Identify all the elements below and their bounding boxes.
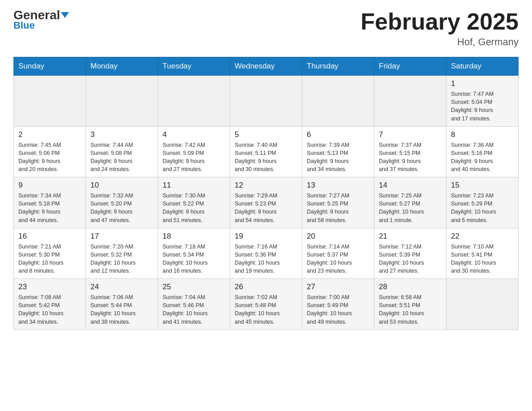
day-number: 19 (235, 232, 297, 241)
logo: General Blue (13, 9, 69, 31)
day-number: 6 (307, 130, 369, 139)
day-info: Sunrise: 7:23 AM Sunset: 5:29 PM Dayligh… (451, 192, 514, 224)
day-number: 24 (90, 283, 153, 291)
day-number: 4 (163, 130, 225, 139)
table-row: 27Sunrise: 7:00 AM Sunset: 5:49 PM Dayli… (302, 279, 374, 330)
calendar-week-row: 16Sunrise: 7:21 AM Sunset: 5:30 PM Dayli… (14, 228, 519, 279)
table-row: 13Sunrise: 7:27 AM Sunset: 5:25 PM Dayli… (302, 177, 374, 228)
calendar-week-row: 1Sunrise: 7:47 AM Sunset: 5:04 PM Daylig… (14, 76, 519, 127)
logo-blue: Blue (13, 20, 35, 31)
day-number: 9 (18, 181, 81, 190)
day-info: Sunrise: 7:37 AM Sunset: 5:15 PM Dayligh… (379, 141, 442, 174)
table-row: 12Sunrise: 7:29 AM Sunset: 5:23 PM Dayli… (230, 177, 302, 228)
page-header: General Blue February 2025 Hof, Germany (13, 9, 519, 48)
title-area: February 2025 Hof, Germany (360, 9, 519, 48)
col-wednesday: Wednesday (230, 57, 302, 76)
col-monday: Monday (86, 57, 158, 76)
day-number: 10 (90, 181, 153, 190)
day-number: 2 (18, 130, 81, 139)
day-info: Sunrise: 7:29 AM Sunset: 5:23 PM Dayligh… (235, 192, 297, 224)
day-number: 17 (90, 232, 153, 241)
calendar-week-row: 2Sunrise: 7:45 AM Sunset: 5:06 PM Daylig… (14, 126, 519, 177)
table-row: 9Sunrise: 7:34 AM Sunset: 5:18 PM Daylig… (14, 177, 86, 228)
day-number: 13 (307, 181, 369, 190)
table-row: 21Sunrise: 7:12 AM Sunset: 5:39 PM Dayli… (374, 228, 446, 279)
day-info: Sunrise: 7:34 AM Sunset: 5:18 PM Dayligh… (18, 192, 81, 224)
table-row: 1Sunrise: 7:47 AM Sunset: 5:04 PM Daylig… (446, 76, 519, 127)
day-number: 22 (451, 232, 514, 241)
day-info: Sunrise: 7:04 AM Sunset: 5:46 PM Dayligh… (163, 293, 225, 326)
day-number: 25 (163, 283, 225, 291)
calendar-week-row: 9Sunrise: 7:34 AM Sunset: 5:18 PM Daylig… (14, 177, 519, 228)
table-row (14, 76, 86, 127)
day-number: 7 (379, 130, 442, 139)
table-row: 25Sunrise: 7:04 AM Sunset: 5:46 PM Dayli… (158, 279, 230, 330)
day-number: 8 (451, 130, 514, 139)
day-info: Sunrise: 7:06 AM Sunset: 5:44 PM Dayligh… (90, 293, 153, 326)
calendar-week-row: 23Sunrise: 7:08 AM Sunset: 5:42 PM Dayli… (14, 279, 519, 330)
day-number: 14 (379, 181, 442, 190)
day-info: Sunrise: 7:47 AM Sunset: 5:04 PM Dayligh… (451, 90, 514, 123)
col-tuesday: Tuesday (158, 57, 230, 76)
table-row: 23Sunrise: 7:08 AM Sunset: 5:42 PM Dayli… (14, 279, 86, 330)
calendar-table: Sunday Monday Tuesday Wednesday Thursday… (13, 57, 519, 330)
table-row: 26Sunrise: 7:02 AM Sunset: 5:48 PM Dayli… (230, 279, 302, 330)
day-info: Sunrise: 7:27 AM Sunset: 5:25 PM Dayligh… (307, 192, 369, 224)
table-row (302, 76, 374, 127)
day-info: Sunrise: 7:30 AM Sunset: 5:22 PM Dayligh… (163, 192, 225, 224)
table-row: 19Sunrise: 7:16 AM Sunset: 5:36 PM Dayli… (230, 228, 302, 279)
day-number: 16 (18, 232, 81, 241)
table-row: 22Sunrise: 7:10 AM Sunset: 5:41 PM Dayli… (446, 228, 519, 279)
day-info: Sunrise: 7:18 AM Sunset: 5:34 PM Dayligh… (163, 243, 225, 275)
table-row: 3Sunrise: 7:44 AM Sunset: 5:08 PM Daylig… (86, 126, 158, 177)
table-row: 20Sunrise: 7:14 AM Sunset: 5:37 PM Dayli… (302, 228, 374, 279)
month-title: February 2025 (360, 9, 519, 34)
day-info: Sunrise: 7:00 AM Sunset: 5:49 PM Dayligh… (307, 293, 369, 326)
table-row (374, 76, 446, 127)
day-info: Sunrise: 7:10 AM Sunset: 5:41 PM Dayligh… (451, 243, 514, 275)
day-info: Sunrise: 7:42 AM Sunset: 5:09 PM Dayligh… (163, 141, 225, 174)
day-number: 3 (90, 130, 153, 139)
day-number: 27 (307, 283, 369, 291)
day-number: 15 (451, 181, 514, 190)
table-row (446, 279, 519, 330)
table-row: 4Sunrise: 7:42 AM Sunset: 5:09 PM Daylig… (158, 126, 230, 177)
day-number: 11 (163, 181, 225, 190)
day-number: 20 (307, 232, 369, 241)
table-row: 2Sunrise: 7:45 AM Sunset: 5:06 PM Daylig… (14, 126, 86, 177)
day-number: 23 (18, 283, 81, 291)
location: Hof, Germany (360, 36, 519, 48)
table-row: 15Sunrise: 7:23 AM Sunset: 5:29 PM Dayli… (446, 177, 519, 228)
col-thursday: Thursday (302, 57, 374, 76)
table-row: 5Sunrise: 7:40 AM Sunset: 5:11 PM Daylig… (230, 126, 302, 177)
logo-triangle-icon (61, 12, 69, 18)
day-info: Sunrise: 7:45 AM Sunset: 5:06 PM Dayligh… (18, 141, 81, 174)
day-number: 21 (379, 232, 442, 241)
weekday-header-row: Sunday Monday Tuesday Wednesday Thursday… (14, 57, 519, 76)
day-info: Sunrise: 7:08 AM Sunset: 5:42 PM Dayligh… (18, 293, 81, 326)
day-number: 26 (235, 283, 297, 291)
day-info: Sunrise: 7:32 AM Sunset: 5:20 PM Dayligh… (90, 192, 153, 224)
table-row (158, 76, 230, 127)
day-info: Sunrise: 7:14 AM Sunset: 5:37 PM Dayligh… (307, 243, 369, 275)
table-row: 6Sunrise: 7:39 AM Sunset: 5:13 PM Daylig… (302, 126, 374, 177)
day-info: Sunrise: 7:36 AM Sunset: 5:16 PM Dayligh… (451, 141, 514, 174)
day-info: Sunrise: 7:21 AM Sunset: 5:30 PM Dayligh… (18, 243, 81, 275)
table-row: 16Sunrise: 7:21 AM Sunset: 5:30 PM Dayli… (14, 228, 86, 279)
table-row: 8Sunrise: 7:36 AM Sunset: 5:16 PM Daylig… (446, 126, 519, 177)
table-row: 7Sunrise: 7:37 AM Sunset: 5:15 PM Daylig… (374, 126, 446, 177)
day-info: Sunrise: 7:02 AM Sunset: 5:48 PM Dayligh… (235, 293, 297, 326)
day-number: 12 (235, 181, 297, 190)
table-row (86, 76, 158, 127)
day-number: 5 (235, 130, 297, 139)
day-number: 18 (163, 232, 225, 241)
col-friday: Friday (374, 57, 446, 76)
day-info: Sunrise: 7:44 AM Sunset: 5:08 PM Dayligh… (90, 141, 153, 174)
table-row: 17Sunrise: 7:20 AM Sunset: 5:32 PM Dayli… (86, 228, 158, 279)
table-row: 14Sunrise: 7:25 AM Sunset: 5:27 PM Dayli… (374, 177, 446, 228)
day-info: Sunrise: 7:20 AM Sunset: 5:32 PM Dayligh… (90, 243, 153, 275)
day-info: Sunrise: 6:58 AM Sunset: 5:51 PM Dayligh… (379, 293, 442, 326)
day-info: Sunrise: 7:12 AM Sunset: 5:39 PM Dayligh… (379, 243, 442, 275)
day-number: 1 (451, 79, 514, 88)
col-saturday: Saturday (446, 57, 519, 76)
